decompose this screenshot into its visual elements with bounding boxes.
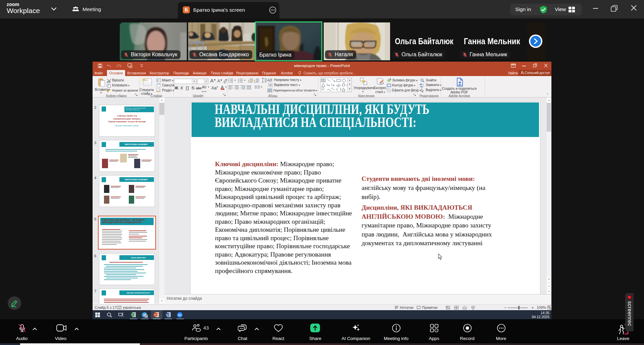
svg-text:P: P: [154, 314, 156, 317]
svg-text:zm: zm: [178, 314, 181, 316]
svg-text:ac: ac: [421, 85, 423, 88]
svg-text:W: W: [166, 314, 169, 317]
svg-text:3: 3: [238, 81, 239, 83]
